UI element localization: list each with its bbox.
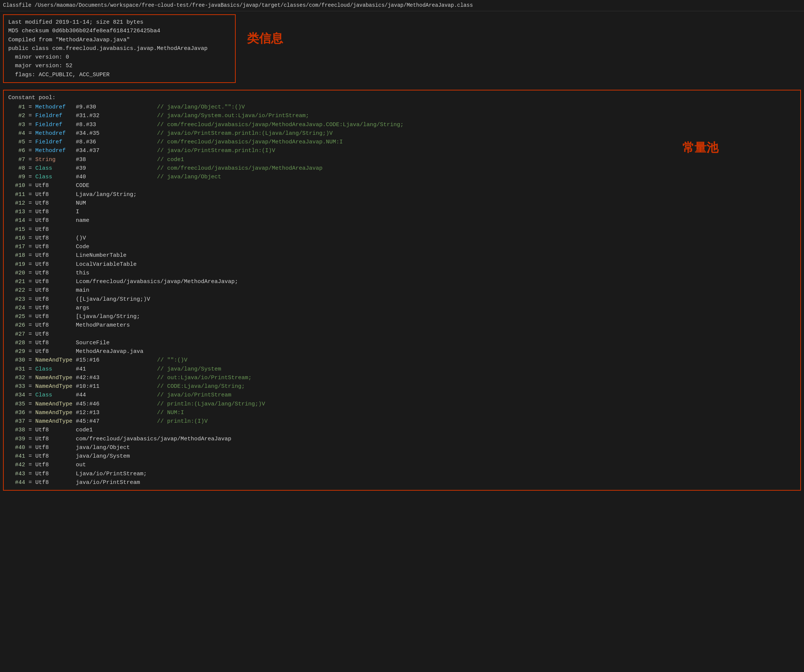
cp-entry-row: #39 = Utf8 com/freecloud/javabasics/java…: [8, 435, 796, 443]
cp-entry-row: #27 = Utf8: [8, 330, 796, 338]
cp-entry-row: #43 = Utf8 Ljava/io/PrintStream;: [8, 470, 796, 478]
title-bar: Classfile /Users/maomao/Documents/worksp…: [0, 0, 804, 11]
cp-entry-row: #7 = String #38 // code1: [8, 155, 796, 164]
cp-entry-row: #29 = Utf8 MethodAreaJavap.java: [8, 347, 796, 356]
cp-entry-row: #25 = Utf8 [Ljava/lang/String;: [8, 312, 796, 321]
class-info-line-5: minor version: 0: [8, 53, 230, 62]
cp-entry-row: #12 = Utf8 NUM: [8, 199, 796, 208]
constant-pool-section: Constant pool: #1 = Methodref #9.#30 // …: [3, 90, 801, 491]
main-content: Last modified 2019-11-14; size 821 bytes…: [0, 11, 804, 494]
cp-entry-row: #18 = Utf8 LineNumberTable: [8, 251, 796, 260]
cp-entry-row: #35 = NameAndType #45:#46 // println:(Lj…: [8, 400, 796, 409]
cp-entry-row: #44 = Utf8 java/io/PrintStream: [8, 478, 796, 487]
cp-entry-row: #31 = Class #41 // java/lang/System: [8, 365, 796, 374]
cp-entry-row: #22 = Utf8 main: [8, 286, 796, 295]
cp-entry-row: #23 = Utf8 ([Ljava/lang/String;)V: [8, 295, 796, 304]
cp-entry-row: #30 = NameAndType #15:#16 // "":()V: [8, 356, 796, 365]
cp-entry-row: #26 = Utf8 MethodParameters: [8, 321, 796, 330]
cp-entry-row: #21 = Utf8 Lcom/freecloud/javabasics/jav…: [8, 278, 796, 286]
cp-entry-row: #40 = Utf8 java/lang/Object: [8, 443, 796, 452]
cp-entry-row: #37 = NameAndType #45:#47 // println:(I)…: [8, 417, 796, 426]
cp-entry-row: #13 = Utf8 I: [8, 208, 796, 216]
cp-entry-row: #14 = Utf8 name: [8, 216, 796, 225]
cp-entry-row: #36 = NameAndType #12:#13 // NUM:I: [8, 409, 796, 417]
cp-entry-row: #9 = Class #40 // java/lang/Object: [8, 173, 796, 181]
constant-pool-header: Constant pool:: [8, 93, 796, 102]
cp-entry-row: #19 = Utf8 LocalVariableTable: [8, 260, 796, 269]
cp-entry-row: #28 = Utf8 SourceFile: [8, 338, 796, 347]
class-info-line-6: major version: 52: [8, 62, 230, 70]
class-info-line-2: MD5 checksum 0d6bb306b024fe8eaf618417264…: [8, 27, 230, 35]
class-info-label: 类信息: [247, 29, 283, 47]
title-text: Classfile /Users/maomao/Documents/worksp…: [3, 2, 473, 8]
cp-entry-row: #6 = Methodref #34.#37 // java/io/PrintS…: [8, 146, 796, 155]
class-info-line-4: public class com.freecloud.javabasics.ja…: [8, 44, 230, 53]
cp-entry-row: #5 = Fieldref #8.#36 // com/freecloud/ja…: [8, 138, 796, 146]
cp-entry-row: #33 = NameAndType #10:#11 // CODE:Ljava/…: [8, 382, 796, 391]
class-info-line-3: Compiled from "MethodAreaJavap.java": [8, 36, 230, 44]
class-info-section: Last modified 2019-11-14; size 821 bytes…: [3, 14, 236, 83]
cp-entry-row: #38 = Utf8 code1: [8, 426, 796, 434]
cp-entry-row: #1 = Methodref #9.#30 // java/lang/Objec…: [8, 103, 796, 111]
cp-entry-row: #16 = Utf8 ()V: [8, 234, 796, 242]
constant-pool-label: 常量池: [682, 139, 718, 157]
cp-entry-row: #42 = Utf8 out: [8, 461, 796, 469]
cp-entry-row: #10 = Utf8 CODE: [8, 181, 796, 190]
class-info-line-1: Last modified 2019-11-14; size 821 bytes: [8, 18, 230, 27]
cp-entry-row: #11 = Utf8 Ljava/lang/String;: [8, 190, 796, 199]
cp-entry-row: #8 = Class #39 // com/freecloud/javabasi…: [8, 164, 796, 173]
cp-entry-row: #24 = Utf8 args: [8, 304, 796, 312]
cp-entry-row: #4 = Methodref #34.#35 // java/io/PrintS…: [8, 129, 796, 138]
cp-entry-row: #17 = Utf8 Code: [8, 242, 796, 251]
class-info-line-7: flags: ACC_PUBLIC, ACC_SUPER: [8, 70, 230, 79]
cp-entry-row: #34 = Class #44 // java/io/PrintStream: [8, 391, 796, 399]
cp-entry-row: #41 = Utf8 java/lang/System: [8, 452, 796, 461]
cp-entry-row: #15 = Utf8: [8, 225, 796, 234]
cp-entry-row: #20 = Utf8 this: [8, 269, 796, 278]
cp-entry-row: #32 = NameAndType #42:#43 // out:Ljava/i…: [8, 374, 796, 382]
cp-entry-row: #2 = Fieldref #31.#32 // java/lang/Syste…: [8, 111, 796, 120]
cp-entry-row: #3 = Fieldref #8.#33 // com/freecloud/ja…: [8, 121, 796, 129]
constant-pool-entries: #1 = Methodref #9.#30 // java/lang/Objec…: [8, 103, 796, 487]
